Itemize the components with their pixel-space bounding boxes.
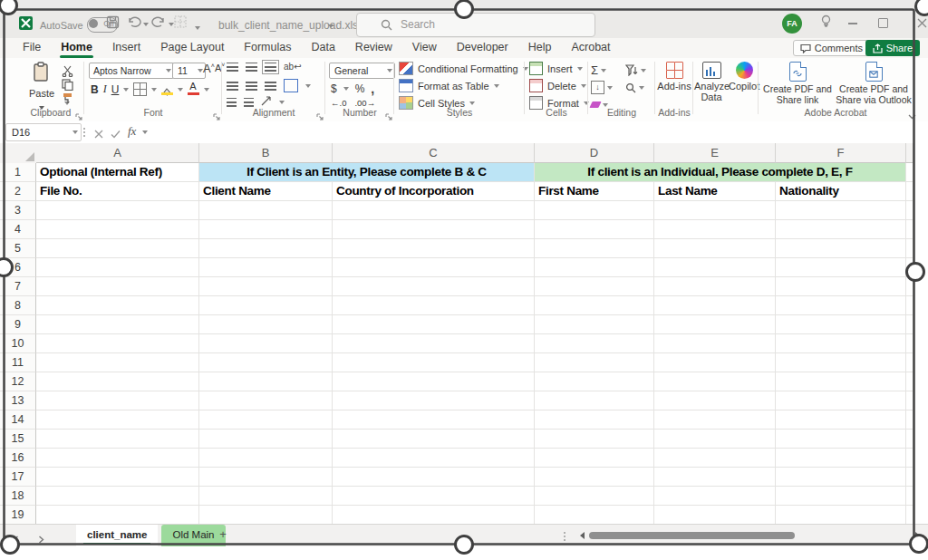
cell-b2[interactable]: Client Name — [199, 182, 333, 201]
empty-cell[interactable] — [535, 410, 654, 430]
search-input[interactable]: Search — [356, 13, 595, 37]
row-header-3[interactable]: 3 — [0, 201, 36, 220]
empty-cell[interactable] — [36, 296, 199, 315]
font-size-select[interactable]: 11 — [172, 63, 206, 79]
empty-cell[interactable] — [333, 449, 535, 468]
empty-cell[interactable] — [199, 430, 333, 449]
empty-cell[interactable] — [535, 258, 654, 277]
delete-cells-button[interactable]: Delete — [529, 79, 586, 92]
borders-button[interactable] — [133, 82, 147, 96]
empty-cell[interactable] — [199, 468, 333, 487]
empty-cell[interactable] — [776, 258, 906, 277]
comments-button[interactable]: Comments — [793, 40, 870, 56]
empty-cell[interactable] — [199, 506, 333, 525]
empty-cell[interactable] — [906, 296, 914, 315]
empty-cell[interactable] — [906, 506, 914, 525]
font-color-button[interactable]: A — [188, 83, 199, 95]
empty-cell[interactable] — [333, 468, 535, 487]
row-header-13[interactable]: 13 — [0, 391, 36, 410]
empty-cell[interactable] — [535, 449, 654, 468]
empty-cell[interactable] — [654, 391, 776, 410]
title-chevron-icon[interactable] — [328, 24, 334, 28]
formula-bar-handle[interactable] — [83, 128, 85, 130]
formula-input[interactable] — [154, 121, 914, 142]
empty-cell[interactable] — [906, 258, 914, 277]
empty-cell[interactable] — [654, 353, 776, 372]
cell-e2[interactable]: Last Name — [654, 182, 776, 201]
column-header-partial[interactable] — [906, 143, 914, 163]
empty-cell[interactable] — [535, 430, 654, 449]
empty-cell[interactable] — [776, 239, 906, 258]
empty-cell[interactable] — [36, 220, 199, 239]
row-header-5[interactable]: 5 — [0, 239, 36, 258]
empty-cell[interactable] — [333, 487, 535, 506]
fx-chevron-icon[interactable] — [142, 130, 148, 134]
tab-file[interactable]: File — [13, 38, 51, 58]
empty-cell[interactable] — [535, 391, 654, 410]
empty-cell[interactable] — [654, 220, 776, 239]
empty-cell[interactable] — [199, 410, 333, 430]
align-left-button[interactable] — [227, 82, 238, 91]
fill-button[interactable]: ↓ — [591, 79, 613, 96]
empty-cell[interactable] — [36, 468, 199, 487]
prev-sheet-icon[interactable] — [13, 531, 19, 547]
empty-cell[interactable] — [654, 334, 776, 353]
empty-cell[interactable] — [776, 506, 906, 525]
empty-cell[interactable] — [36, 353, 199, 372]
minimize-button[interactable] — [848, 23, 857, 24]
empty-cell[interactable] — [333, 353, 535, 372]
empty-cell[interactable] — [199, 487, 333, 506]
empty-cell[interactable] — [654, 315, 776, 334]
column-header-d[interactable]: D — [535, 143, 654, 163]
insert-function-icon[interactable]: fx — [128, 124, 136, 139]
empty-cell[interactable] — [36, 258, 199, 277]
cell-a1[interactable]: Optional (Internal Ref) — [36, 163, 199, 182]
cell-d1-f1-merged[interactable]: If client is an Individual, Please compl… — [535, 163, 906, 182]
sheet-tab-client_name[interactable]: client_name — [76, 525, 158, 546]
enter-icon[interactable] — [111, 126, 121, 142]
excel-logo-icon[interactable] — [19, 16, 33, 30]
empty-cell[interactable] — [333, 258, 535, 277]
empty-cell[interactable] — [333, 334, 535, 353]
empty-cell[interactable] — [333, 315, 535, 334]
row-header-14[interactable]: 14 — [0, 410, 36, 430]
empty-cell[interactable] — [535, 334, 654, 353]
merge-center-button[interactable] — [284, 79, 298, 92]
analyze-data-button[interactable]: Analyze Data — [694, 62, 729, 102]
format-painter-button[interactable] — [62, 92, 83, 105]
row-header-7[interactable]: 7 — [0, 277, 36, 296]
tab-home[interactable]: Home — [51, 38, 102, 58]
empty-cell[interactable] — [199, 258, 333, 277]
row-header-11[interactable]: 11 — [0, 353, 36, 372]
empty-cell[interactable] — [199, 372, 333, 391]
hscroll-thumb[interactable] — [589, 532, 795, 539]
empty-cell[interactable] — [906, 201, 914, 220]
empty-cell[interactable] — [535, 487, 654, 506]
accounting-format-button[interactable]: $ — [331, 82, 337, 95]
decrease-indent-button[interactable] — [227, 98, 237, 107]
empty-cell[interactable] — [36, 239, 199, 258]
cell-c2[interactable]: Country of Incorporation — [333, 182, 535, 201]
empty-cell[interactable] — [333, 201, 535, 220]
column-header-b[interactable]: B — [199, 143, 333, 163]
tabbar-splitter-handle[interactable] — [564, 532, 566, 534]
new-sheet-button[interactable]: + — [216, 527, 230, 542]
empty-cell[interactable] — [776, 449, 906, 468]
tab-help[interactable]: Help — [518, 38, 562, 58]
empty-cell[interactable] — [535, 506, 654, 525]
empty-cell[interactable] — [199, 449, 333, 468]
grow-font-button[interactable]: A˄ — [203, 62, 215, 75]
copilot-button[interactable]: Copilot — [729, 62, 759, 92]
empty-cell[interactable] — [654, 430, 776, 449]
tab-acrobat[interactable]: Acrobat — [561, 38, 620, 58]
empty-cell[interactable] — [906, 449, 914, 468]
find-select-button[interactable] — [625, 79, 646, 96]
empty-cell[interactable] — [776, 296, 906, 315]
empty-cell[interactable] — [199, 239, 333, 258]
align-center-button[interactable] — [246, 82, 257, 91]
empty-cell[interactable] — [36, 201, 199, 220]
empty-cell[interactable] — [535, 353, 654, 372]
cell-g1-partial[interactable] — [906, 163, 914, 182]
insert-cells-button[interactable]: Insert — [529, 62, 583, 75]
empty-cell[interactable] — [199, 353, 333, 372]
